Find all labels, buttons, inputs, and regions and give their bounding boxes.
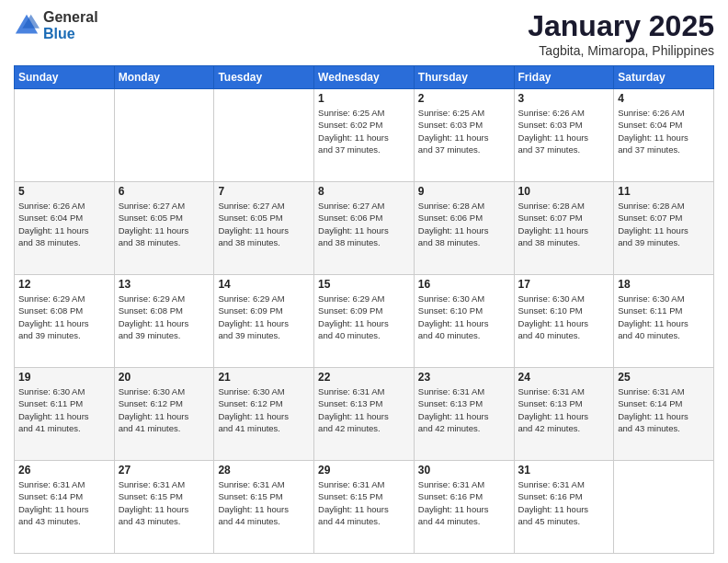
calendar-cell: [15, 89, 115, 182]
day-info: Sunrise: 6:31 AM Sunset: 6:13 PM Dayligh…: [418, 385, 510, 434]
calendar-cell: 9Sunrise: 6:28 AM Sunset: 6:06 PM Daylig…: [414, 182, 514, 275]
calendar-week-row: 19Sunrise: 6:30 AM Sunset: 6:11 PM Dayli…: [15, 368, 714, 461]
day-info: Sunrise: 6:28 AM Sunset: 6:07 PM Dayligh…: [518, 200, 610, 248]
calendar-cell: 13Sunrise: 6:29 AM Sunset: 6:08 PM Dayli…: [114, 275, 214, 368]
calendar-cell: 2Sunrise: 6:25 AM Sunset: 6:03 PM Daylig…: [414, 89, 514, 182]
weekday-header: SundayMondayTuesdayWednesdayThursdayFrid…: [15, 66, 714, 89]
day-info: Sunrise: 6:25 AM Sunset: 6:03 PM Dayligh…: [418, 107, 510, 155]
day-number: 15: [318, 278, 410, 291]
day-info: Sunrise: 6:31 AM Sunset: 6:14 PM Dayligh…: [18, 478, 110, 527]
day-number: 25: [618, 371, 710, 384]
logo: General Blue: [14, 9, 98, 41]
calendar-subtitle: Tagbita, Mimaropa, Philippines: [528, 43, 714, 58]
day-number: 23: [418, 371, 510, 384]
calendar-cell: 21Sunrise: 6:30 AM Sunset: 6:12 PM Dayli…: [214, 368, 314, 461]
day-number: 2: [418, 92, 510, 105]
calendar-cell: 16Sunrise: 6:30 AM Sunset: 6:10 PM Dayli…: [414, 275, 514, 368]
day-number: 3: [518, 92, 610, 105]
day-number: 27: [119, 464, 210, 477]
calendar-cell: 15Sunrise: 6:29 AM Sunset: 6:09 PM Dayli…: [314, 275, 415, 368]
logo-blue: Blue: [43, 26, 98, 42]
day-number: 14: [218, 278, 310, 291]
calendar-week-row: 1Sunrise: 6:25 AM Sunset: 6:02 PM Daylig…: [15, 89, 714, 182]
day-info: Sunrise: 6:26 AM Sunset: 6:04 PM Dayligh…: [18, 200, 110, 248]
day-info: Sunrise: 6:27 AM Sunset: 6:06 PM Dayligh…: [318, 200, 410, 248]
day-info: Sunrise: 6:31 AM Sunset: 6:14 PM Dayligh…: [618, 385, 710, 434]
day-number: 19: [18, 371, 110, 384]
calendar-cell: 25Sunrise: 6:31 AM Sunset: 6:14 PM Dayli…: [614, 368, 714, 461]
day-info: Sunrise: 6:30 AM Sunset: 6:10 PM Dayligh…: [518, 293, 610, 341]
day-info: Sunrise: 6:28 AM Sunset: 6:06 PM Dayligh…: [418, 200, 510, 248]
day-info: Sunrise: 6:26 AM Sunset: 6:04 PM Dayligh…: [618, 107, 710, 155]
calendar-cell: 23Sunrise: 6:31 AM Sunset: 6:13 PM Dayli…: [414, 368, 514, 461]
day-info: Sunrise: 6:31 AM Sunset: 6:16 PM Dayligh…: [518, 478, 610, 527]
day-number: 20: [119, 371, 210, 384]
calendar-cell: 17Sunrise: 6:30 AM Sunset: 6:10 PM Dayli…: [514, 275, 614, 368]
day-number: 6: [119, 185, 210, 198]
day-number: 26: [18, 464, 110, 477]
day-info: Sunrise: 6:29 AM Sunset: 6:09 PM Dayligh…: [218, 293, 310, 341]
day-number: 7: [218, 185, 310, 198]
calendar-cell: 31Sunrise: 6:31 AM Sunset: 6:16 PM Dayli…: [514, 461, 614, 554]
calendar-cell: 28Sunrise: 6:31 AM Sunset: 6:15 PM Dayli…: [214, 461, 314, 554]
calendar-cell: 22Sunrise: 6:31 AM Sunset: 6:13 PM Dayli…: [314, 368, 415, 461]
calendar-cell: 30Sunrise: 6:31 AM Sunset: 6:16 PM Dayli…: [414, 461, 514, 554]
day-info: Sunrise: 6:30 AM Sunset: 6:12 PM Dayligh…: [119, 385, 210, 434]
day-number: 28: [218, 464, 310, 477]
calendar-cell: 29Sunrise: 6:31 AM Sunset: 6:15 PM Dayli…: [314, 461, 415, 554]
page: General Blue January 2025 Tagbita, Mimar…: [0, 0, 728, 563]
day-info: Sunrise: 6:31 AM Sunset: 6:15 PM Dayligh…: [119, 478, 210, 527]
calendar-cell: [214, 89, 314, 182]
logo-icon: [14, 13, 40, 39]
calendar-table: SundayMondayTuesdayWednesdayThursdayFrid…: [14, 65, 714, 554]
weekday-header-cell: Thursday: [414, 66, 514, 89]
day-number: 1: [318, 92, 410, 105]
calendar-cell: 6Sunrise: 6:27 AM Sunset: 6:05 PM Daylig…: [114, 182, 214, 275]
day-info: Sunrise: 6:28 AM Sunset: 6:07 PM Dayligh…: [618, 200, 710, 248]
calendar-cell: 1Sunrise: 6:25 AM Sunset: 6:02 PM Daylig…: [314, 89, 415, 182]
weekday-header-cell: Friday: [514, 66, 614, 89]
day-info: Sunrise: 6:31 AM Sunset: 6:15 PM Dayligh…: [318, 478, 410, 527]
day-number: 30: [418, 464, 510, 477]
logo-text: General Blue: [43, 9, 98, 41]
day-info: Sunrise: 6:31 AM Sunset: 6:15 PM Dayligh…: [218, 478, 310, 527]
day-number: 31: [518, 464, 610, 477]
calendar-cell: [614, 461, 714, 554]
day-number: 4: [618, 92, 710, 105]
title-block: January 2025 Tagbita, Mimaropa, Philippi…: [528, 9, 714, 58]
calendar-cell: 4Sunrise: 6:26 AM Sunset: 6:04 PM Daylig…: [614, 89, 714, 182]
day-number: 11: [618, 185, 710, 198]
day-number: 24: [518, 371, 610, 384]
weekday-header-cell: Tuesday: [214, 66, 314, 89]
day-info: Sunrise: 6:27 AM Sunset: 6:05 PM Dayligh…: [119, 200, 210, 248]
day-number: 18: [618, 278, 710, 291]
calendar-week-row: 26Sunrise: 6:31 AM Sunset: 6:14 PM Dayli…: [15, 461, 714, 554]
logo-general: General: [43, 9, 98, 26]
day-info: Sunrise: 6:31 AM Sunset: 6:13 PM Dayligh…: [318, 385, 410, 434]
calendar-cell: 10Sunrise: 6:28 AM Sunset: 6:07 PM Dayli…: [514, 182, 614, 275]
day-info: Sunrise: 6:27 AM Sunset: 6:05 PM Dayligh…: [218, 200, 310, 248]
calendar-cell: 18Sunrise: 6:30 AM Sunset: 6:11 PM Dayli…: [614, 275, 714, 368]
day-number: 8: [318, 185, 410, 198]
day-info: Sunrise: 6:29 AM Sunset: 6:09 PM Dayligh…: [318, 293, 410, 341]
day-info: Sunrise: 6:29 AM Sunset: 6:08 PM Dayligh…: [18, 293, 110, 341]
day-number: 16: [418, 278, 510, 291]
calendar-week-row: 5Sunrise: 6:26 AM Sunset: 6:04 PM Daylig…: [15, 182, 714, 275]
calendar-body: 1Sunrise: 6:25 AM Sunset: 6:02 PM Daylig…: [15, 89, 714, 554]
day-info: Sunrise: 6:30 AM Sunset: 6:11 PM Dayligh…: [18, 385, 110, 434]
calendar-cell: 20Sunrise: 6:30 AM Sunset: 6:12 PM Dayli…: [114, 368, 214, 461]
weekday-header-cell: Wednesday: [314, 66, 415, 89]
day-number: 17: [518, 278, 610, 291]
calendar-title: January 2025: [528, 9, 714, 43]
day-info: Sunrise: 6:31 AM Sunset: 6:16 PM Dayligh…: [418, 478, 510, 527]
calendar-cell: 11Sunrise: 6:28 AM Sunset: 6:07 PM Dayli…: [614, 182, 714, 275]
calendar-cell: 8Sunrise: 6:27 AM Sunset: 6:06 PM Daylig…: [314, 182, 415, 275]
header: General Blue January 2025 Tagbita, Mimar…: [14, 9, 714, 58]
day-number: 29: [318, 464, 410, 477]
day-info: Sunrise: 6:30 AM Sunset: 6:11 PM Dayligh…: [618, 293, 710, 341]
day-number: 10: [518, 185, 610, 198]
calendar-cell: 7Sunrise: 6:27 AM Sunset: 6:05 PM Daylig…: [214, 182, 314, 275]
day-info: Sunrise: 6:31 AM Sunset: 6:13 PM Dayligh…: [518, 385, 610, 434]
calendar-cell: 26Sunrise: 6:31 AM Sunset: 6:14 PM Dayli…: [15, 461, 115, 554]
calendar-cell: 5Sunrise: 6:26 AM Sunset: 6:04 PM Daylig…: [15, 182, 115, 275]
